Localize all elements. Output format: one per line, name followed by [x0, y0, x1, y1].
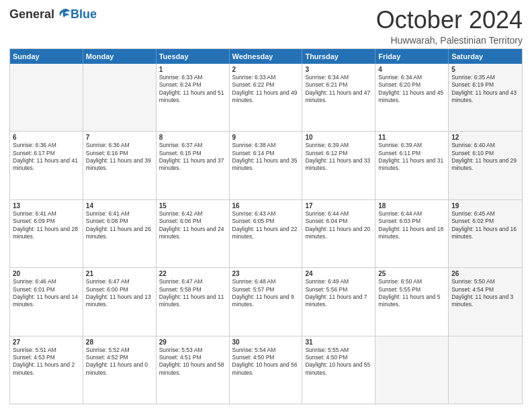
- cal-header-wednesday: Wednesday: [230, 49, 303, 64]
- cal-cell: 24Sunrise: 6:49 AM Sunset: 5:56 PM Dayli…: [302, 268, 375, 335]
- cal-cell: 22Sunrise: 6:47 AM Sunset: 5:58 PM Dayli…: [157, 268, 230, 335]
- cell-info: Sunrise: 5:50 AM Sunset: 4:54 PM Dayligh…: [451, 278, 519, 309]
- cell-info: Sunrise: 6:41 AM Sunset: 6:09 PM Dayligh…: [13, 210, 80, 241]
- cell-info: Sunrise: 6:38 AM Sunset: 6:14 PM Dayligh…: [232, 142, 300, 173]
- cal-cell: 1Sunrise: 6:33 AM Sunset: 6:24 PM Daylig…: [157, 64, 230, 131]
- logo: General Blue: [9, 7, 97, 21]
- cell-info: Sunrise: 6:49 AM Sunset: 5:56 PM Dayligh…: [305, 278, 372, 309]
- day-number: 5: [451, 66, 519, 73]
- day-number: 3: [305, 66, 372, 73]
- cell-info: Sunrise: 6:47 AM Sunset: 5:58 PM Dayligh…: [159, 278, 226, 309]
- day-number: 12: [451, 134, 519, 141]
- cal-cell: [449, 336, 522, 404]
- title-section: October 2024 Huwwarah, Palestinian Terri…: [376, 7, 523, 46]
- cell-info: Sunrise: 6:44 AM Sunset: 6:03 PM Dayligh…: [378, 210, 445, 241]
- cell-info: Sunrise: 6:33 AM Sunset: 6:22 PM Dayligh…: [232, 74, 300, 105]
- day-number: 7: [86, 134, 153, 141]
- cal-cell: 31Sunrise: 5:55 AM Sunset: 4:50 PM Dayli…: [302, 336, 375, 404]
- cell-info: Sunrise: 6:36 AM Sunset: 6:16 PM Dayligh…: [86, 142, 153, 173]
- cal-cell: 29Sunrise: 5:53 AM Sunset: 4:51 PM Dayli…: [157, 336, 230, 404]
- cal-cell: 13Sunrise: 6:41 AM Sunset: 6:09 PM Dayli…: [10, 200, 83, 267]
- day-number: 11: [378, 134, 445, 141]
- cell-info: Sunrise: 6:43 AM Sunset: 6:05 PM Dayligh…: [232, 210, 300, 241]
- cell-info: Sunrise: 6:39 AM Sunset: 6:12 PM Dayligh…: [305, 142, 372, 173]
- day-number: 9: [232, 134, 300, 141]
- day-number: 26: [451, 270, 519, 277]
- cal-cell: 2Sunrise: 6:33 AM Sunset: 6:22 PM Daylig…: [230, 64, 303, 131]
- cal-header-sunday: Sunday: [10, 49, 83, 64]
- day-number: 17: [305, 202, 372, 210]
- cal-cell: 5Sunrise: 6:35 AM Sunset: 6:19 PM Daylig…: [449, 64, 522, 131]
- day-number: 21: [86, 270, 153, 277]
- cal-cell: 4Sunrise: 6:34 AM Sunset: 6:20 PM Daylig…: [375, 64, 449, 131]
- day-number: 27: [13, 338, 80, 346]
- calendar: SundayMondayTuesdayWednesdayThursdayFrid…: [9, 48, 523, 404]
- day-number: 29: [159, 338, 226, 346]
- cal-week-2: 6Sunrise: 6:36 AM Sunset: 6:17 PM Daylig…: [10, 131, 522, 199]
- cal-cell: [375, 336, 449, 404]
- day-number: 20: [13, 270, 80, 277]
- cal-cell: [10, 64, 83, 131]
- day-number: 8: [159, 134, 226, 141]
- cal-week-1: 1Sunrise: 6:33 AM Sunset: 6:24 PM Daylig…: [10, 64, 522, 131]
- cell-info: Sunrise: 6:50 AM Sunset: 5:55 PM Dayligh…: [378, 278, 445, 309]
- day-number: 14: [86, 202, 153, 210]
- day-number: 4: [378, 66, 445, 73]
- cell-info: Sunrise: 6:36 AM Sunset: 6:17 PM Dayligh…: [13, 142, 80, 173]
- cal-week-5: 27Sunrise: 5:51 AM Sunset: 4:53 PM Dayli…: [10, 336, 522, 404]
- cell-info: Sunrise: 6:39 AM Sunset: 6:11 PM Dayligh…: [378, 142, 445, 173]
- cal-cell: 6Sunrise: 6:36 AM Sunset: 6:17 PM Daylig…: [10, 132, 83, 199]
- day-number: 6: [13, 134, 80, 141]
- cal-cell: 9Sunrise: 6:38 AM Sunset: 6:14 PM Daylig…: [230, 132, 303, 199]
- day-number: 28: [86, 338, 153, 346]
- logo-bird-icon: [56, 7, 71, 21]
- calendar-body: 1Sunrise: 6:33 AM Sunset: 6:24 PM Daylig…: [10, 64, 522, 404]
- logo-blue-text: Blue: [71, 7, 97, 21]
- day-number: 18: [378, 202, 445, 210]
- cell-info: Sunrise: 6:40 AM Sunset: 6:10 PM Dayligh…: [451, 142, 519, 173]
- cal-cell: 8Sunrise: 6:37 AM Sunset: 6:15 PM Daylig…: [157, 132, 230, 199]
- cal-cell: 3Sunrise: 6:34 AM Sunset: 6:21 PM Daylig…: [302, 64, 375, 131]
- day-number: 23: [232, 270, 300, 277]
- cal-cell: 16Sunrise: 6:43 AM Sunset: 6:05 PM Dayli…: [230, 200, 303, 267]
- cal-cell: 17Sunrise: 6:44 AM Sunset: 6:04 PM Dayli…: [302, 200, 375, 267]
- day-number: 15: [159, 202, 226, 210]
- day-number: 19: [451, 202, 519, 210]
- cell-info: Sunrise: 5:51 AM Sunset: 4:53 PM Dayligh…: [13, 347, 80, 377]
- cal-header-monday: Monday: [83, 49, 157, 64]
- cell-info: Sunrise: 5:52 AM Sunset: 4:52 PM Dayligh…: [86, 347, 153, 377]
- cell-info: Sunrise: 5:54 AM Sunset: 4:50 PM Dayligh…: [232, 347, 300, 377]
- cell-info: Sunrise: 6:34 AM Sunset: 6:21 PM Dayligh…: [305, 74, 372, 105]
- cal-header-tuesday: Tuesday: [157, 49, 230, 64]
- cal-cell: 23Sunrise: 6:48 AM Sunset: 5:57 PM Dayli…: [230, 268, 303, 335]
- cell-info: Sunrise: 6:48 AM Sunset: 5:57 PM Dayligh…: [232, 278, 300, 309]
- day-number: 13: [13, 202, 80, 210]
- cell-info: Sunrise: 6:47 AM Sunset: 6:00 PM Dayligh…: [86, 278, 153, 309]
- cell-info: Sunrise: 5:53 AM Sunset: 4:51 PM Dayligh…: [159, 347, 226, 377]
- cal-cell: 18Sunrise: 6:44 AM Sunset: 6:03 PM Dayli…: [375, 200, 449, 267]
- cal-header-thursday: Thursday: [302, 49, 375, 64]
- logo-text: General Blue: [9, 7, 97, 21]
- cal-cell: 19Sunrise: 6:45 AM Sunset: 6:02 PM Dayli…: [449, 200, 522, 267]
- cal-header-saturday: Saturday: [449, 49, 522, 64]
- cell-info: Sunrise: 6:37 AM Sunset: 6:15 PM Dayligh…: [159, 142, 226, 173]
- cal-cell: 7Sunrise: 6:36 AM Sunset: 6:16 PM Daylig…: [83, 132, 157, 199]
- cal-cell: 25Sunrise: 6:50 AM Sunset: 5:55 PM Dayli…: [375, 268, 449, 335]
- day-number: 25: [378, 270, 445, 277]
- cal-cell: 28Sunrise: 5:52 AM Sunset: 4:52 PM Dayli…: [83, 336, 157, 404]
- page: General Blue October 2024 Huwwarah, Pale…: [0, 0, 532, 411]
- day-number: 22: [159, 270, 226, 277]
- cell-info: Sunrise: 6:44 AM Sunset: 6:04 PM Dayligh…: [305, 210, 372, 241]
- cell-info: Sunrise: 6:41 AM Sunset: 6:08 PM Dayligh…: [86, 210, 153, 241]
- cell-info: Sunrise: 5:55 AM Sunset: 4:50 PM Dayligh…: [305, 347, 372, 377]
- cal-cell: 10Sunrise: 6:39 AM Sunset: 6:12 PM Dayli…: [302, 132, 375, 199]
- day-number: 24: [305, 270, 372, 277]
- cell-info: Sunrise: 6:35 AM Sunset: 6:19 PM Dayligh…: [451, 74, 519, 105]
- day-number: 30: [232, 338, 300, 346]
- location: Huwwarah, Palestinian Territory: [376, 35, 523, 46]
- header: General Blue October 2024 Huwwarah, Pale…: [9, 7, 523, 46]
- cal-cell: 20Sunrise: 6:46 AM Sunset: 6:01 PM Dayli…: [10, 268, 83, 335]
- day-number: 16: [232, 202, 300, 210]
- cal-header-friday: Friday: [375, 49, 449, 64]
- cal-cell: [83, 64, 157, 131]
